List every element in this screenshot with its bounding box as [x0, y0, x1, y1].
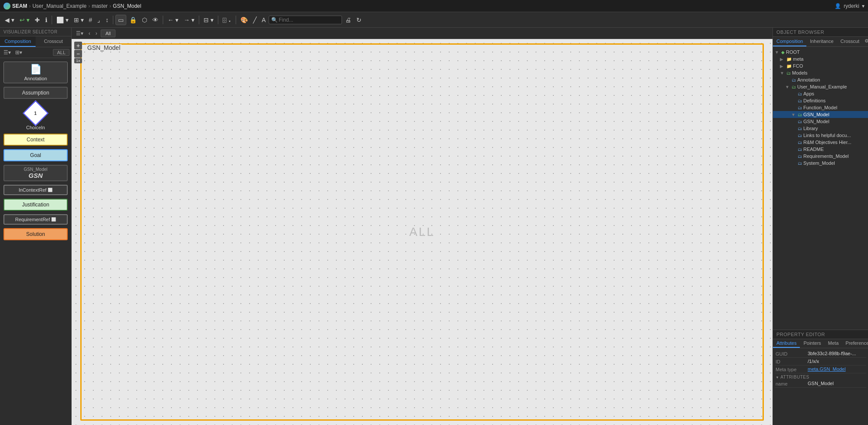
canvas-back-btn[interactable]: ‹ [87, 29, 92, 37]
vis-grid-btn[interactable]: ⊞▾ [13, 49, 24, 56]
search-input[interactable] [279, 17, 339, 23]
tab-crosscut[interactable]: Crosscut [36, 36, 71, 47]
undo-btn[interactable]: ↩ ▾ [17, 15, 32, 25]
tree-library[interactable]: 🗂 Library [773, 125, 868, 132]
obj-tab-inheritance[interactable]: Inheritance [806, 37, 837, 46]
palette-annotation[interactable]: 📄 Annotation [3, 62, 68, 83]
palette-incontext-ref[interactable]: InContextRef ⬜ [3, 185, 68, 195]
prop-tab-attributes[interactable]: Attributes [773, 339, 800, 348]
vis-list-btn[interactable]: ☰▾ [2, 49, 13, 56]
tree-models[interactable]: ▼ 🗂 Models [773, 69, 868, 76]
prop-tab-meta[interactable]: Meta [825, 339, 842, 348]
obj-tab-composition[interactable]: Composition [773, 37, 806, 46]
print-btn[interactable]: 🖨 [343, 15, 353, 25]
tree-req-label: Requirements_Model [803, 154, 849, 159]
route-btn[interactable]: ⌹ ▾ [220, 15, 233, 25]
tree-readme-label: README [803, 147, 824, 152]
choice-diamond-icon: 1 [23, 100, 48, 126]
shape-btn[interactable]: ⬡ [140, 15, 149, 25]
tree-filter-btn[interactable]: ⚙ [863, 37, 868, 46]
tree-fco[interactable]: ▶ 📁 FCO [773, 62, 868, 69]
prop-tabs: Attributes Pointers Meta Preferences [773, 339, 868, 348]
tree-annotation[interactable]: 🗂 Annotation [773, 76, 868, 83]
prop-tab-preferences[interactable]: Preferences [842, 339, 868, 348]
palette-context[interactable]: Context [3, 134, 68, 146]
sep2 [113, 16, 113, 24]
tree-root[interactable]: ▼ ◆ ROOT [773, 49, 868, 56]
tree-links[interactable]: 🗂 Links to helpful docu... [773, 132, 868, 139]
choice-number: 1 [34, 111, 37, 116]
info-btn[interactable]: ℹ [43, 15, 49, 25]
prop-id-val: /1/x/x [808, 359, 865, 364]
canvas-list-btn[interactable]: ☰▾ [74, 29, 85, 37]
fm-icon: 🗂 [798, 105, 802, 110]
palette-justification[interactable]: Justification [3, 199, 68, 211]
tree-links-label: Links to helpful docu... [803, 133, 851, 138]
obj-tab-crosscut[interactable]: Crosscut [837, 37, 863, 46]
tree-apps[interactable]: 🗂 Apps [773, 90, 868, 97]
defs-icon: 🗂 [798, 98, 802, 103]
tree-gsn-model-selected[interactable]: ▼ 🗂 GSN_Model [773, 111, 868, 118]
select-btn[interactable]: ▭ [115, 15, 126, 25]
prop-tab-pointers[interactable]: Pointers [800, 339, 824, 348]
annotation-doc-icon: 📄 [30, 64, 42, 75]
tree-apps-label: Apps [803, 91, 814, 96]
prop-name-row: name GSN_Model [775, 380, 866, 388]
tree-system-model[interactable]: 🗂 System_Model [773, 160, 868, 167]
canvas-all-tab[interactable]: All [101, 29, 115, 37]
tree-gsn-model-selected-label: GSN_Model [803, 112, 829, 117]
solution-label: Solution [26, 231, 45, 237]
snap-btn[interactable]: ⌟ [95, 15, 102, 25]
fill-btn[interactable]: 🎨 [238, 15, 250, 25]
zoom-out-btn[interactable]: − [74, 50, 82, 58]
palette-choicein[interactable]: 1 ChoiceIn [3, 102, 68, 130]
prop-guid-row: GUID 3bfe33c2-898b-f9ae-... [775, 350, 866, 358]
align-btn[interactable]: ⊟ ▾ [201, 15, 216, 25]
palette-solution[interactable]: Solution [3, 228, 68, 240]
nav-back-btn[interactable]: ← ▾ [165, 15, 181, 25]
canvas-body[interactable]: + − 1x GSN_Model ALL [72, 39, 773, 425]
palette-requirement-ref[interactable]: RequirementRef ⬜ [3, 214, 68, 225]
snap2-btn[interactable]: ↕ [103, 15, 111, 25]
palette: 📄 Annotation Assumption 1 Cho [0, 58, 71, 425]
canvas-fwd-btn[interactable]: › [94, 29, 99, 37]
canvas-container: ☰▾ ‹ › All + − 1x GSN_Model ALL [72, 28, 773, 425]
tree-readme[interactable]: 🗂 README [773, 146, 868, 153]
text-btn[interactable]: A [260, 15, 268, 25]
palette-goal[interactable]: Goal [3, 149, 68, 161]
nav-fwd-btn[interactable]: → ▾ [181, 15, 197, 25]
prop-metatype-val[interactable]: meta.GSN_Model [808, 366, 865, 372]
tree-definitions[interactable]: 🗂 Definitions [773, 97, 868, 104]
tree-rm-label: R&M Objectives Hier... [803, 140, 852, 145]
tree-gsn-model-2[interactable]: 🗂 GSN_Model [773, 118, 868, 125]
hash-btn[interactable]: # [87, 15, 95, 25]
root-expand-icon: ▼ [775, 50, 780, 55]
refresh-btn[interactable]: ↻ [354, 15, 364, 25]
zoom-in-btn[interactable]: + [74, 42, 82, 49]
tree-function-model[interactable]: 🗂 Function_Model [773, 104, 868, 111]
tree-meta[interactable]: ▶ 📁 meta [773, 56, 868, 62]
tab-composition[interactable]: Composition [0, 36, 36, 47]
tree-ume-label: User_Manual_Example [797, 84, 847, 89]
breadcrumb-user-manual[interactable]: User_Manual_Example [33, 3, 87, 9]
add-btn[interactable]: ✚ [33, 15, 42, 25]
assumption-box: Assumption [3, 87, 68, 99]
layout-btn[interactable]: ⬜ ▾ [54, 15, 71, 25]
lock-btn[interactable]: 🔒 [127, 15, 139, 25]
grid-btn[interactable]: ⊞ ▾ [72, 15, 86, 25]
tree-rm-objectives[interactable]: 🗂 R&M Objectives Hier... [773, 139, 868, 146]
tree-user-manual-example[interactable]: ▼ 🗂 User_Manual_Example [773, 83, 868, 90]
breadcrumb-master[interactable]: master [92, 3, 108, 9]
gsn-sel-expand-icon: ▼ [791, 112, 796, 117]
prop-id-key: ID [776, 359, 806, 364]
back-btn[interactable]: ◀ ▾ [3, 15, 16, 25]
eye-btn[interactable]: 👁 [150, 15, 161, 25]
tree-requirements-model[interactable]: 🗂 Requirements_Model [773, 153, 868, 160]
palette-gsn-model[interactable]: GSN_Model GSN [3, 165, 68, 181]
app-logo: SEAM [3, 3, 27, 10]
gsn-model-title: GSN_Model [86, 44, 122, 51]
line-btn[interactable]: ╱ [251, 15, 259, 25]
annotation-tree-icon: 🗂 [792, 78, 796, 82]
top-bar: SEAM › User_Manual_Example › master › GS… [0, 0, 868, 12]
palette-assumption[interactable]: Assumption [3, 87, 68, 99]
